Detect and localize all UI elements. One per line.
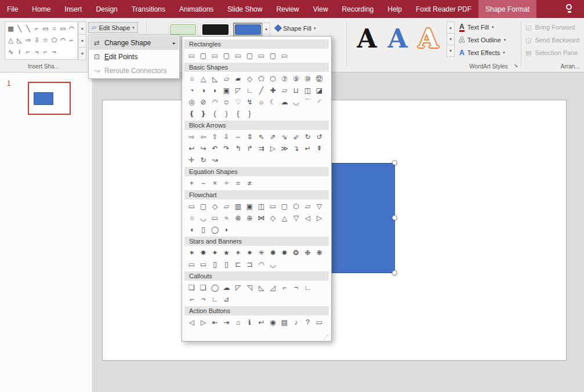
shape-style-thumbnail-2[interactable] [201,23,230,37]
gallery-shape-icon[interactable]: ↩ [256,317,267,328]
menu-tab-help[interactable]: Help [380,0,409,18]
gallery-shape-icon[interactable]: ↴ [291,143,302,154]
gallery-shape-icon[interactable]: ¬ [291,282,302,293]
gallery-shape-icon[interactable]: ★ [221,248,232,259]
gallery-shape-icon[interactable]: ≈ [221,213,232,224]
gallery-shape-icon[interactable]: } [244,108,255,119]
scroll-down-button[interactable]: ▾ [78,34,86,48]
gallery-shape-icon[interactable]: ◯ [209,282,220,293]
gallery-shape-icon[interactable]: ⇕ [244,132,255,143]
gallery-shape-icon[interactable]: ¬ [198,294,209,305]
gallery-shape-icon[interactable]: ✶ [186,248,197,259]
gallery-shape-icon[interactable]: × [209,178,220,189]
gallery-shape-icon[interactable]: ❂ [291,248,302,259]
gallery-shape-icon[interactable]: ↻ [198,155,209,166]
gallery-shape-icon[interactable]: ◿ [267,282,278,293]
gallery-shape-icon[interactable]: ❏ [186,282,197,293]
gallery-shape-icon[interactable]: ◁ [186,317,197,328]
menu-tab-shape-format[interactable]: Shape Format [478,0,536,18]
gallery-shape-icon[interactable]: ≫ [279,143,290,154]
gallery-shape-icon[interactable]: = [233,178,244,189]
slide-thumbnail[interactable] [28,82,71,115]
gallery-shape-icon[interactable]: ◡ [267,259,278,270]
gallery-shape-icon[interactable]: ⇙ [291,132,302,143]
gallery-shape-icon[interactable]: ) [221,108,232,119]
slide-canvas[interactable] [102,100,567,361]
gallery-shape-icon[interactable]: ◫ [302,85,313,96]
gallery-shape-icon[interactable]: ↪ [198,143,209,154]
gallery-shape-icon[interactable]: ▯ [221,259,232,270]
gallery-shape-icon[interactable]: ▱ [302,201,313,212]
gallery-shape-icon[interactable]: ▷ [198,317,209,328]
gallery-shape-icon[interactable]: ✸ [198,248,209,259]
gallery-shape-icon[interactable]: ℹ [244,317,255,328]
gallery-shape-icon[interactable]: ↱ [244,143,255,154]
gallery-shape-icon[interactable]: − [198,178,209,189]
gallery-shape-icon[interactable]: △ [279,213,290,224]
gallery-shape-icon[interactable]: ▭ [279,50,290,61]
gallery-shape-icon[interactable]: ❋ [314,248,325,259]
menu-tab-insert[interactable]: Insert [57,0,89,18]
gallery-shape-icon[interactable]: ○ [186,74,197,85]
gallery-shape-icon[interactable]: ⇤ [209,317,220,328]
menu-item-edit-points[interactable]: ⊡Edit Points [89,50,179,64]
gallery-shape-icon[interactable]: ❵ [198,108,209,119]
gallery-shape-icon[interactable]: ▢ [198,50,209,61]
shape-icon[interactable]: △ [6,37,15,44]
gallery-shape-icon[interactable]: ♪ [291,317,302,328]
gallery-shape-icon[interactable]: ⌒ [302,97,313,108]
gallery-shape-icon[interactable]: ▢ [244,50,255,61]
gallery-shape-icon[interactable]: ▽ [291,213,302,224]
gallery-shape-icon[interactable]: ▱ [279,85,290,96]
gallery-shape-icon[interactable]: ∟ [244,85,255,96]
gallery-shape-icon[interactable]: ( [209,108,220,119]
menu-item-change-shape[interactable]: ⇄Change Shape▸ [89,36,179,50]
menu-tab-review[interactable]: Review [269,0,306,18]
gallery-shape-icon[interactable]: ↝ [209,155,220,166]
gallery-shape-icon[interactable]: ▭ [267,201,278,212]
gallery-shape-icon[interactable]: ▢ [267,50,278,61]
gallery-shape-icon[interactable]: ✛ [186,155,197,166]
wordart-style-thumbnail[interactable]: A [413,20,444,56]
gallery-shape-icon[interactable]: ◜ [314,97,325,108]
shape-icon[interactable]: ⌐ [24,48,32,55]
gallery-shape-icon[interactable]: ↯ [244,97,255,108]
gallery-shape-icon[interactable]: ⋈ [256,213,267,224]
gallery-shape-icon[interactable]: ▯ [198,224,209,235]
gallery-shape-icon[interactable]: ▱ [221,201,232,212]
gallery-shape-icon[interactable]: ❑ [198,282,209,293]
gallery-shape-icon[interactable]: ↰ [233,143,244,154]
gallery-shape-icon[interactable]: ↵ [302,143,313,154]
shape-icon[interactable]: ∿ [6,48,15,56]
gallery-shape-icon[interactable]: ⇦ [198,132,209,143]
gallery-shape-icon[interactable]: ◁ [302,213,313,224]
shape-icon[interactable]: ▭ [59,25,67,32]
shape-icon[interactable]: ≀ [15,48,24,56]
gallery-shape-icon[interactable]: ◇ [267,213,278,224]
gallery-shape-icon[interactable]: ⊐ [244,259,255,270]
gallery-shape-icon[interactable]: + [186,178,197,189]
gallery-shape-icon[interactable]: ◪ [314,85,325,96]
gallery-shape-icon[interactable]: ✚ [267,85,278,96]
gallery-shape-icon[interactable]: ▭ [314,317,325,328]
gallery-shape-icon[interactable]: ▽ [314,201,325,212]
gallery-shape-icon[interactable]: ▣ [221,85,232,96]
gallery-shape-icon[interactable]: ⇩ [221,132,232,143]
gallery-shape-icon[interactable]: ◹ [244,282,255,293]
gallery-shape-icon[interactable]: ⌐ [279,282,290,293]
gallery-shape-icon[interactable]: ♡ [233,97,244,108]
gallery-shape-icon[interactable]: ◡ [198,213,209,224]
gallery-shape-icon[interactable]: ✷ [244,248,255,259]
gallery-shape-icon[interactable]: ✦ [209,248,220,259]
gallery-shape-icon[interactable]: ◠ [209,97,220,108]
shape-icon[interactable]: ⌐ [67,37,76,43]
gallery-shape-icon[interactable]: ◡ [291,97,302,108]
shape-icon[interactable]: ○ [50,25,59,32]
gallery-shape-icon[interactable]: ◫ [256,201,267,212]
gallery-shape-icon[interactable]: ✴ [233,248,244,259]
shape-icon[interactable]: ⇩ [32,37,41,44]
text-outline-button[interactable]: AText Outline▾ [459,35,506,45]
gallery-shape-icon[interactable]: ▰ [233,74,244,85]
resize-handle-bottom-right[interactable] [392,270,397,275]
gallery-shape-icon[interactable]: ▥ [233,201,244,212]
